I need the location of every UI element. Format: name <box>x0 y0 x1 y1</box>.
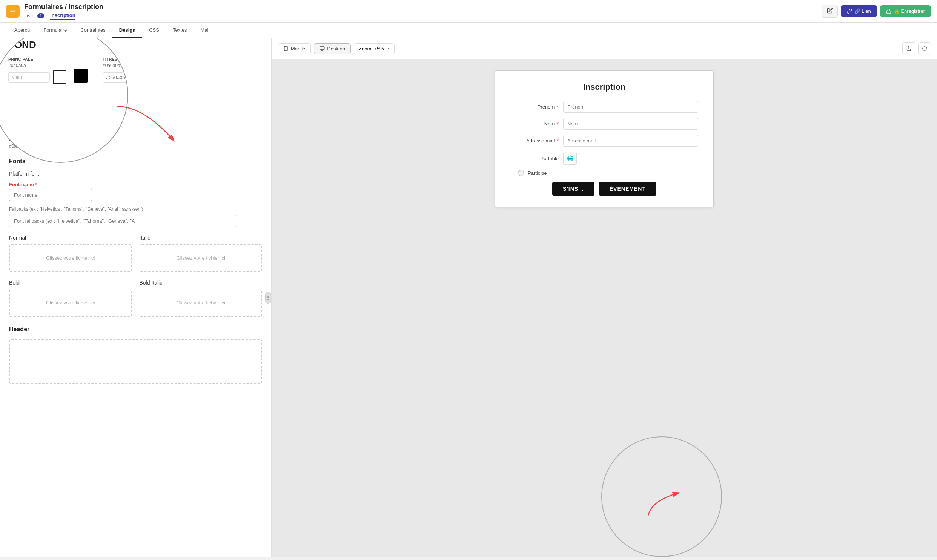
fond-titres-input[interactable] <box>103 72 128 83</box>
bold-label: Bold <box>9 280 132 286</box>
breadcrumb-liste[interactable]: Liste 1 <box>24 12 44 19</box>
fond-title-magnified: FOND <box>8 39 120 51</box>
portable-row: Portable 🌐 <box>510 152 698 165</box>
participe-row: Participe <box>510 170 698 176</box>
prenom-row: Prénom * <box>510 101 698 113</box>
right-toolbar: Mobile Desktop Zoom: 75% <box>272 38 937 59</box>
tab-css[interactable]: CSS <box>142 23 166 38</box>
svg-point-5 <box>268 296 269 297</box>
fond-principale-input[interactable] <box>8 72 50 83</box>
page-title: Formulaires / Inscription <box>24 3 817 11</box>
fond-black-swatch-group <box>74 69 88 83</box>
breadcrumb-tabs: Liste 1 Inscription <box>24 12 817 20</box>
link-button[interactable]: 🔗 Lien <box>841 5 877 17</box>
svg-point-4 <box>267 299 268 300</box>
mobile-button[interactable]: Mobile <box>278 43 311 54</box>
save-button[interactable]: 🔒 Enregistrer <box>880 5 931 17</box>
fond-black-swatch[interactable] <box>74 69 88 83</box>
bold-dropzone[interactable]: Glissez votre fichier ici <box>9 289 132 317</box>
svg-rect-0 <box>887 11 891 13</box>
tab-textes[interactable]: Textes <box>166 23 194 38</box>
platform-font-label: Platform font <box>9 171 262 177</box>
prenom-label: Prénom * <box>510 104 563 110</box>
phone-input[interactable] <box>579 152 698 164</box>
email-required: * <box>557 138 559 143</box>
phone-flag-btn[interactable]: 🌐 <box>563 152 577 165</box>
topbar: ✏ Formulaires / Inscription Liste 1 Insc… <box>0 0 937 23</box>
bold-italic-group: Bold Italic Glissez votre fichier ici <box>140 280 262 317</box>
normal-group: Normal Glissez votre fichier ici <box>9 235 132 272</box>
italic-label: Italic <box>140 235 262 241</box>
participe-label: Participe <box>528 170 547 176</box>
font-fallbacks-input[interactable] <box>9 215 237 227</box>
app-icon: ✏ <box>6 5 20 18</box>
prenom-input[interactable] <box>563 101 698 113</box>
desktop-button[interactable]: Desktop <box>314 43 351 54</box>
svg-point-6 <box>268 297 269 298</box>
breadcrumb-area: Formulaires / Inscription Liste 1 Inscri… <box>24 3 817 20</box>
submit-button[interactable]: S'INS... <box>552 182 594 195</box>
form-title: Inscription <box>510 82 698 92</box>
fonts-section: Fonts Platform font Font name * Fallback… <box>9 158 262 384</box>
principale-label: PRINCIPALE <box>9 137 35 141</box>
font-files-grid: Normal Glissez votre fichier ici Italic … <box>9 235 262 317</box>
preview-area: Inscription Prénom * Nom * <box>272 59 937 557</box>
fond-titres-group: TITRES #0a0a0a <box>103 57 128 84</box>
portable-label: Portable <box>510 155 563 161</box>
bold-italic-dropzone[interactable]: Glissez votre fichier ici <box>140 289 262 317</box>
nom-input[interactable] <box>563 118 698 130</box>
svg-point-3 <box>267 297 268 298</box>
email-label: Adresse mail * <box>510 138 563 143</box>
zoom-button[interactable]: Zoom: 75% <box>354 43 395 54</box>
breadcrumb-inscription[interactable]: Inscription <box>50 12 75 20</box>
share-button[interactable] <box>902 42 915 55</box>
principale-group: PRINCIPALE #0a0a0a <box>9 137 35 149</box>
nav-tabs: Aperçu Formulaire Contraintes Design CSS… <box>0 23 937 38</box>
event-button[interactable]: ÉVÉNEMENT <box>599 182 656 195</box>
bottom-arrow-svg <box>644 489 690 519</box>
bottom-circle-magnifier <box>601 436 722 557</box>
tab-formulaire[interactable]: Formulaire <box>37 23 74 38</box>
bold-group: Bold Glissez votre fichier ici <box>9 280 132 317</box>
right-panel: Mobile Desktop Zoom: 75% Inscription <box>272 38 937 557</box>
font-fallbacks-desc: Fallbacks (ex : "Helvetica", "Tahoma", "… <box>9 206 190 212</box>
svg-point-9 <box>286 50 286 50</box>
italic-group: Italic Glissez votre fichier ici <box>140 235 262 272</box>
svg-point-7 <box>268 299 269 300</box>
nom-required: * <box>557 121 559 127</box>
nom-label: Nom * <box>510 121 563 127</box>
refresh-button[interactable] <box>918 42 931 55</box>
tab-design[interactable]: Design <box>113 23 142 38</box>
svg-rect-10 <box>320 47 324 50</box>
email-row: Adresse mail * <box>510 135 698 146</box>
tab-apercu[interactable]: Aperçu <box>8 23 37 38</box>
couleurs-title: Couleurs <box>9 123 262 131</box>
fond-principale-swatch[interactable] <box>53 71 66 84</box>
email-input[interactable] <box>563 135 698 146</box>
fonts-title: Fonts <box>9 158 262 165</box>
font-name-label: Font name * <box>9 182 37 187</box>
main-layout: FOND PRINCIPALE #0a0a0a TITRES <box>0 38 937 557</box>
font-name-required: * <box>35 182 37 187</box>
principale-value: #0a0a0a <box>9 143 35 149</box>
italic-dropzone[interactable]: Glissez votre fichier ici <box>140 244 262 272</box>
header-label: Header <box>9 326 262 333</box>
header-dropzone[interactable] <box>9 339 262 384</box>
divider-handle[interactable] <box>265 292 271 304</box>
prenom-required: * <box>557 104 559 110</box>
header-section: Header <box>9 326 262 384</box>
fond-principale-group: PRINCIPALE #0a0a0a <box>8 57 66 84</box>
normal-dropzone[interactable]: Glissez votre fichier ici <box>9 244 132 272</box>
color-row: PRINCIPALE #0a0a0a <box>9 137 262 149</box>
edit-button[interactable] <box>822 5 838 18</box>
phone-row: 🌐 <box>563 152 698 165</box>
tab-contraintes[interactable]: Contraintes <box>74 23 112 38</box>
breadcrumb-badge: 1 <box>37 13 44 18</box>
participe-radio[interactable] <box>518 170 524 176</box>
form-card: Inscription Prénom * Nom * <box>495 71 714 207</box>
form-btn-row: S'INS... ÉVÉNEMENT <box>510 182 698 195</box>
font-name-input[interactable] <box>9 189 92 201</box>
normal-label: Normal <box>9 235 132 241</box>
tab-mail[interactable]: Mail <box>193 23 216 38</box>
left-panel: FOND PRINCIPALE #0a0a0a TITRES <box>0 38 272 557</box>
